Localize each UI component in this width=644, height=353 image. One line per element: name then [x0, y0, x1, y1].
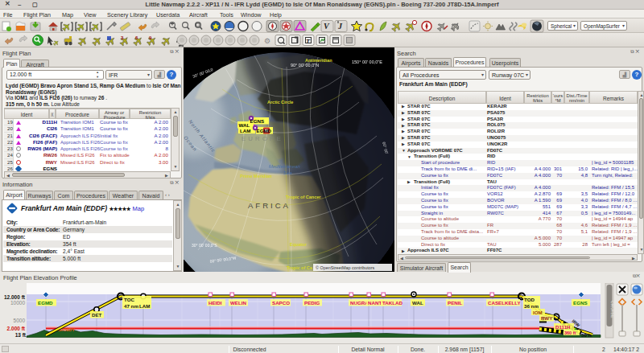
svg-text:Antimeridian: Antimeridian [305, 58, 332, 63]
svg-text:10000: 10000 [10, 300, 25, 306]
svg-text:WELIN: WELIN [230, 300, 246, 306]
svg-text:36 nm: 36 nm [524, 303, 539, 309]
svg-text:WAL: WAL [412, 300, 423, 306]
svg-text:CASELKELLY: CASELKELLY [488, 300, 522, 306]
svg-text:EGNS: EGNS [573, 300, 588, 306]
svg-text:CRUISE: CRUISE [610, 301, 615, 318]
svg-text:NUGRA: NUGRA [350, 300, 369, 306]
svg-text:Sea: Sea [283, 170, 292, 175]
svg-text:TAKLAD: TAKLAD [382, 300, 403, 306]
svg-text:PENIL: PENIL [448, 300, 462, 306]
svg-text:EGMD: EGMD [38, 300, 53, 306]
svg-text:© OpenStreetMap contributors: © OpenStreetMap contributors [316, 265, 374, 270]
svg-text:Tropic of Cancer: Tropic of Cancer [286, 195, 321, 199]
svg-text:D111H: D111H [555, 324, 571, 330]
svg-text:LAM: LAM [139, 303, 150, 309]
svg-text:90° 00' 00,0"N: 90° 00' 00,0"N [291, 63, 319, 68]
svg-text:5000: 5000 [14, 318, 26, 323]
svg-text:50 ft: 50 ft [581, 332, 592, 338]
svg-text:Tropic of Ca: Tropic of Ca [287, 265, 313, 270]
svg-text:13 ft: 13 ft [15, 332, 27, 338]
svg-text:360 ft: 360 ft [564, 330, 576, 335]
svg-text:Mediterranean: Mediterranean [269, 164, 300, 169]
svg-text:Prime Meridian: Prime Meridian [240, 174, 272, 179]
svg-text:IOM: IOM [533, 310, 543, 315]
svg-text:LAM: LAM [240, 128, 250, 133]
svg-text:⚙: ⚙ [264, 37, 270, 45]
svg-text:Arctic Circle: Arctic Circle [267, 100, 293, 105]
svg-text:PEDIG: PEDIG [304, 300, 320, 306]
svg-text:EGMD: EGMD [257, 128, 272, 133]
svg-text:DET: DET [92, 312, 102, 318]
svg-text:47 nm: 47 nm [124, 303, 138, 309]
svg-text:TOD: TOD [524, 297, 535, 302]
svg-text:EUROPE: EUROPE [242, 135, 283, 142]
svg-text:SAPCO: SAPCO [272, 300, 290, 306]
svg-text:30° 00' 00,0"S: 30° 00' 00,0"S [192, 243, 217, 248]
svg-text:HEIDI: HEIDI [208, 300, 222, 306]
svg-text:RWY: RWY [541, 315, 553, 321]
svg-text:TOC: TOC [124, 297, 134, 302]
svg-text:Equator: Equator [290, 242, 308, 247]
svg-text:2.000 ft: 2.000 ft [7, 326, 26, 331]
svg-text:AFRICA: AFRICA [248, 201, 291, 210]
svg-text:12.000 ft: 12.000 ft [4, 294, 26, 300]
svg-text:150° 00' 00,0"E: 150° 00' 00,0"E [352, 60, 382, 64]
svg-text:EGNS: EGNS [250, 118, 265, 124]
